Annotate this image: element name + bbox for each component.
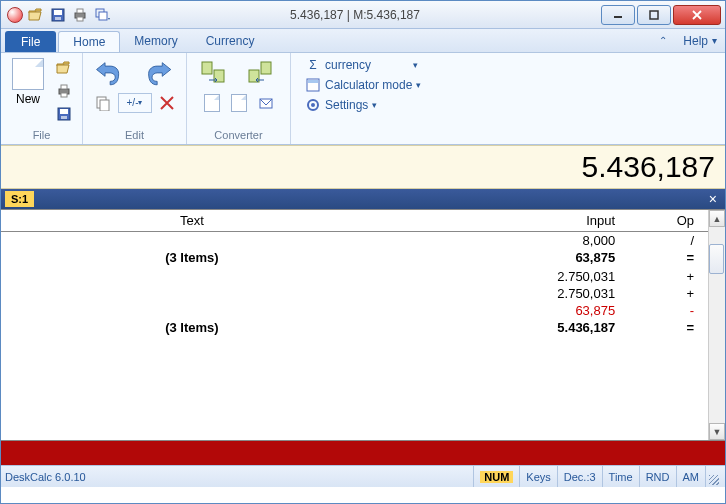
svg-rect-5 <box>77 17 83 21</box>
status-num[interactable]: NUM <box>473 466 519 487</box>
app-icon <box>7 7 23 23</box>
save-icon[interactable] <box>49 6 67 24</box>
scroll-down-button[interactable]: ▼ <box>709 423 725 440</box>
gear-icon <box>305 97 321 113</box>
col-header-text: Text <box>1 210 383 232</box>
tape-row[interactable]: (3 Items)63,875= <box>1 249 708 266</box>
ribbon: New File +/- ▾ Edit <box>1 53 725 145</box>
svg-rect-17 <box>100 100 109 111</box>
tape-row[interactable]: 2.750,031+ <box>1 268 708 285</box>
close-button[interactable] <box>673 5 721 25</box>
new-button[interactable]: New <box>7 58 49 106</box>
app-window: 5.436,187 | M:5.436,187 File Home Memory… <box>0 0 726 504</box>
copy-button[interactable] <box>91 93 115 113</box>
svg-rect-1 <box>54 10 62 15</box>
windows-dropdown[interactable] <box>93 6 111 24</box>
titlebar: 5.436,187 | M:5.436,187 <box>1 1 725 29</box>
status-time[interactable]: Time <box>602 466 639 487</box>
open-icon[interactable] <box>27 6 45 24</box>
tape-row[interactable]: (3 Items)5.436,187= <box>1 319 708 336</box>
window-title: 5.436,187 | M:5.436,187 <box>111 8 599 22</box>
svg-point-26 <box>311 103 315 107</box>
print-icon[interactable] <box>71 6 89 24</box>
strip-titlebar: S:1 × <box>1 189 725 209</box>
maximize-button[interactable] <box>637 5 671 25</box>
vertical-scrollbar[interactable]: ▲ ▼ <box>708 210 725 440</box>
delete-button[interactable] <box>155 93 179 113</box>
svg-rect-4 <box>77 9 83 13</box>
tape-row[interactable]: 2.750,031+ <box>1 285 708 302</box>
product-label: DeskCalc 6.0.10 <box>5 471 473 483</box>
red-bar <box>1 441 725 465</box>
tape: Text Input Op 8,000/(3 Items)63,875=2.75… <box>1 210 708 440</box>
converter-misc-3[interactable] <box>254 93 278 113</box>
tab-currency[interactable]: Currency <box>192 29 269 52</box>
group-edit: +/- ▾ Edit <box>83 53 187 144</box>
plusminus-button[interactable]: +/- ▾ <box>118 93 152 113</box>
collapse-ribbon[interactable]: ⌃ <box>651 29 675 52</box>
undo-button[interactable] <box>91 58 131 90</box>
currency-dropdown[interactable]: Σ currency ▾ <box>301 55 422 75</box>
status-keys[interactable]: Keys <box>519 466 556 487</box>
save-button[interactable] <box>52 104 76 124</box>
svg-rect-18 <box>202 62 212 74</box>
svg-rect-12 <box>61 93 67 97</box>
calculator-display: 5.436,187 <box>1 145 725 189</box>
status-rnd[interactable]: RND <box>639 466 676 487</box>
menubar: File Home Memory Currency ⌃ Help ▾ <box>1 29 725 53</box>
converter-rev-button[interactable] <box>242 58 282 90</box>
svg-rect-15 <box>61 116 67 119</box>
tape-row[interactable]: 8,000/ <box>1 232 708 250</box>
open-button[interactable] <box>52 58 76 78</box>
redo-button[interactable] <box>138 58 178 90</box>
calculator-icon <box>305 77 321 93</box>
svg-rect-11 <box>61 85 67 89</box>
status-am[interactable]: AM <box>676 466 706 487</box>
converter-fwd-button[interactable] <box>195 58 235 90</box>
strip-close-button[interactable]: × <box>705 191 721 207</box>
tape-area: Text Input Op 8,000/(3 Items)63,875=2.75… <box>1 209 725 441</box>
svg-rect-9 <box>650 11 658 19</box>
tab-memory[interactable]: Memory <box>120 29 191 52</box>
sigma-icon: Σ <box>305 57 321 73</box>
status-dec[interactable]: Dec.:3 <box>557 466 602 487</box>
group-converter: Converter <box>187 53 291 144</box>
statusbar: DeskCalc 6.0.10 NUM Keys Dec.:3 Time RND… <box>1 465 725 487</box>
svg-rect-7 <box>99 12 107 20</box>
tape-row[interactable]: 63,875- <box>1 302 708 319</box>
svg-rect-24 <box>308 80 318 83</box>
scroll-thumb[interactable] <box>709 244 724 274</box>
col-header-input: Input <box>383 210 623 232</box>
converter-misc-2[interactable] <box>227 93 251 113</box>
col-header-op: Op <box>623 210 708 232</box>
resize-grip[interactable] <box>705 466 721 487</box>
new-doc-icon <box>12 58 44 90</box>
tab-home[interactable]: Home <box>58 31 120 52</box>
settings-dropdown[interactable]: Settings ▾ <box>301 95 381 115</box>
file-menu[interactable]: File <box>5 31 56 52</box>
minimize-button[interactable] <box>601 5 635 25</box>
strip-tab[interactable]: S:1 <box>5 191 34 207</box>
svg-rect-21 <box>261 62 271 74</box>
group-file: New File <box>1 53 83 144</box>
help-menu[interactable]: Help ▾ <box>675 29 725 52</box>
scroll-up-button[interactable]: ▲ <box>709 210 725 227</box>
svg-rect-2 <box>55 17 61 20</box>
calculator-mode-dropdown[interactable]: Calculator mode ▾ <box>301 75 425 95</box>
converter-misc-1[interactable] <box>200 93 224 113</box>
group-settings: Σ currency ▾ Calculator mode ▾ Settings … <box>291 53 431 144</box>
print-button[interactable] <box>52 81 76 101</box>
svg-rect-14 <box>60 109 68 114</box>
